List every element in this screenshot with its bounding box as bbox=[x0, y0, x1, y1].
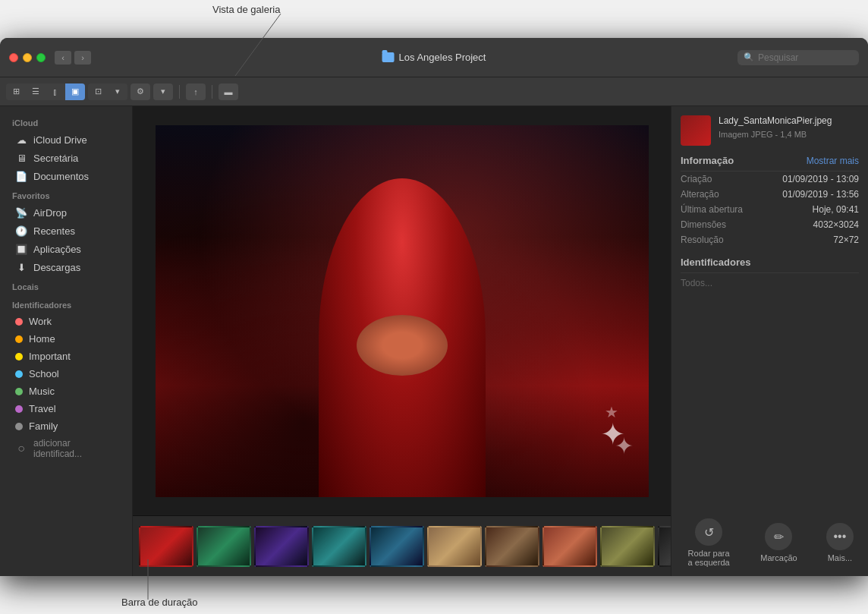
work-tag-dot bbox=[15, 318, 23, 326]
info-section-title: Informação bbox=[681, 155, 734, 166]
value-criacao: 01/09/2019 - 13:09 bbox=[782, 174, 859, 184]
filmstrip-thumb-5[interactable] bbox=[370, 526, 424, 567]
filmstrip-thumb-8[interactable] bbox=[542, 526, 597, 567]
search-box[interactable]: 🔍 bbox=[737, 50, 859, 65]
nav-buttons: ‹ › bbox=[55, 51, 91, 65]
sidebar-item-icloud-drive[interactable]: ☁ iCloud Drive bbox=[3, 131, 129, 149]
window-title: Los Angeles Project bbox=[382, 52, 486, 63]
sidebar-item-documents[interactable]: 📄 Documentos bbox=[3, 167, 129, 185]
sidebar-item-family[interactable]: Family bbox=[3, 417, 129, 435]
sidebar-item-desktop[interactable]: 🖥 Secretária bbox=[3, 149, 129, 167]
more-icon: ••• bbox=[826, 523, 854, 550]
more-label: Mais... bbox=[828, 553, 852, 562]
fullscreen-button[interactable] bbox=[36, 53, 46, 62]
duration-bar-annotation: Barra de duração bbox=[121, 597, 197, 608]
filmstrip-thumb-9[interactable] bbox=[600, 526, 655, 567]
toolbar-right: 🔍 bbox=[737, 50, 859, 65]
icloud-drive-icon: ☁ bbox=[15, 134, 27, 146]
identificadores-section-label: Identificadores bbox=[0, 294, 132, 313]
icon-view-button[interactable]: ⊞ bbox=[6, 83, 26, 100]
sidebar: iCloud ☁ iCloud Drive 🖥 Secretária 📄 Doc… bbox=[0, 106, 133, 576]
rotate-left-label: Rodar para a esquerda bbox=[686, 549, 731, 567]
filmstrip-thumb-6[interactable] bbox=[427, 526, 482, 567]
sidebar-item-music[interactable]: Music bbox=[3, 383, 129, 400]
rotate-left-icon: ↺ bbox=[695, 518, 722, 546]
sidebar-item-add-tag[interactable]: ○ adicionar identificad... bbox=[3, 435, 129, 462]
close-button[interactable] bbox=[9, 53, 18, 62]
show-more-link[interactable]: Mostrar mais bbox=[807, 156, 859, 166]
info-section-header: Informação Mostrar mais bbox=[681, 155, 859, 172]
info-section: Informação Mostrar mais Criação 01/09/20… bbox=[681, 155, 859, 247]
rotate-left-button[interactable]: ↺ Rodar para a esquerda bbox=[686, 518, 731, 567]
info-row-resolucao: Resolução 72×72 bbox=[681, 232, 859, 247]
search-icon: 🔍 bbox=[744, 52, 754, 62]
filmstrip-thumb-2[interactable] bbox=[197, 526, 251, 567]
settings-dropdown[interactable]: ▾ bbox=[153, 83, 173, 100]
tags-section: Identificadores Todos... bbox=[681, 257, 859, 293]
file-type: Imagem JPEG - 1,4 MB bbox=[719, 130, 859, 139]
filmstrip-thumb-3[interactable] bbox=[254, 526, 309, 567]
more-button[interactable]: ••• Mais... bbox=[826, 523, 854, 562]
group-button[interactable]: ⊡ bbox=[88, 83, 108, 100]
file-name: Lady_SantaMonicaPier.jpeg bbox=[719, 115, 859, 128]
filmstrip-thumb-10[interactable] bbox=[658, 526, 671, 567]
label-ultima-abertura: Última abertura bbox=[681, 204, 743, 215]
sidebar-item-airdrop[interactable]: 📡 AirDrop bbox=[3, 203, 129, 222]
sidebar-item-home[interactable]: Home bbox=[3, 330, 129, 348]
content-area: iCloud ☁ iCloud Drive 🖥 Secretária 📄 Doc… bbox=[0, 106, 868, 576]
family-tag-dot bbox=[15, 423, 23, 430]
locais-section-label: Locais bbox=[0, 276, 132, 294]
downloads-icon: ⬇ bbox=[15, 261, 27, 273]
tags-placeholder: Todos... bbox=[681, 273, 859, 293]
file-info-text: Lady_SantaMonicaPier.jpeg Imagem JPEG - … bbox=[719, 115, 859, 139]
info-row-ultima-abertura: Última abertura Hoje, 09:41 bbox=[681, 202, 859, 217]
back-button[interactable]: ‹ bbox=[55, 51, 71, 65]
label-resolucao: Resolução bbox=[681, 235, 724, 245]
share-button[interactable]: ↑ bbox=[186, 83, 206, 100]
info-row-alteracao: Alteração 01/09/2019 - 13:56 bbox=[681, 187, 859, 202]
music-tag-dot bbox=[15, 388, 23, 395]
sidebar-item-travel[interactable]: Travel bbox=[3, 400, 129, 417]
filmstrip-thumb-7[interactable] bbox=[485, 526, 539, 567]
search-input[interactable] bbox=[758, 52, 853, 63]
documents-icon: 📄 bbox=[15, 170, 27, 182]
gallery-area: ✦ ✦ ★ bbox=[133, 106, 671, 576]
group-dropdown[interactable]: ▾ bbox=[108, 83, 127, 100]
gallery-view-button[interactable]: ▣ bbox=[65, 83, 85, 100]
tags-section-header: Identificadores bbox=[681, 257, 859, 273]
sidebar-item-school[interactable]: School bbox=[3, 365, 129, 383]
main-image-container[interactable]: ✦ ✦ ★ bbox=[133, 106, 671, 515]
tags-section-title: Identificadores bbox=[681, 257, 750, 268]
label-criacao: Criação bbox=[681, 174, 712, 184]
value-resolucao: 72×72 bbox=[833, 235, 859, 245]
sidebar-item-work[interactable]: Work bbox=[3, 313, 129, 330]
gallery-view-annotation: Vista de galeria bbox=[212, 4, 280, 15]
info-row-dimensoes: Dimensões 4032×3024 bbox=[681, 217, 859, 232]
label-alteracao: Alteração bbox=[681, 189, 719, 200]
sidebar-item-recents[interactable]: 🕐 Recentes bbox=[3, 222, 129, 240]
column-view-button[interactable]: ⫿ bbox=[46, 83, 65, 100]
filmstrip-thumb-1[interactable] bbox=[139, 526, 193, 567]
main-image: ✦ ✦ ★ bbox=[156, 125, 649, 497]
add-tag-icon: ○ bbox=[15, 442, 27, 455]
action-bar: ↺ Rodar para a esquerda ✏ Marcação ••• M… bbox=[681, 518, 859, 567]
group-sort-group: ⊡ ▾ bbox=[88, 83, 127, 100]
titlebar: ‹ › Los Angeles Project 🔍 bbox=[0, 38, 868, 77]
filmstrip-thumb-4[interactable] bbox=[312, 526, 366, 567]
travel-tag-dot bbox=[15, 405, 23, 413]
markup-button[interactable]: ✏ Marcação bbox=[760, 523, 797, 562]
sidebar-item-applications[interactable]: 🔲 Aplicações bbox=[3, 240, 129, 258]
list-view-button[interactable]: ☰ bbox=[26, 83, 46, 100]
minimize-button[interactable] bbox=[23, 53, 32, 62]
value-dimensoes: 4032×3024 bbox=[813, 219, 859, 230]
sidebar-item-downloads[interactable]: ⬇ Descargas bbox=[3, 258, 129, 276]
tag-button[interactable]: ▬ bbox=[219, 83, 238, 100]
markup-icon: ✏ bbox=[765, 523, 792, 550]
sidebar-item-important[interactable]: Important bbox=[3, 348, 129, 365]
toolbar-divider-2 bbox=[212, 85, 212, 99]
value-ultima-abertura: Hoje, 09:41 bbox=[813, 204, 859, 215]
favorites-section-label: Favoritos bbox=[0, 185, 132, 203]
settings-button[interactable]: ⚙ bbox=[131, 83, 150, 100]
applications-icon: 🔲 bbox=[15, 243, 27, 255]
forward-button[interactable]: › bbox=[74, 51, 91, 65]
